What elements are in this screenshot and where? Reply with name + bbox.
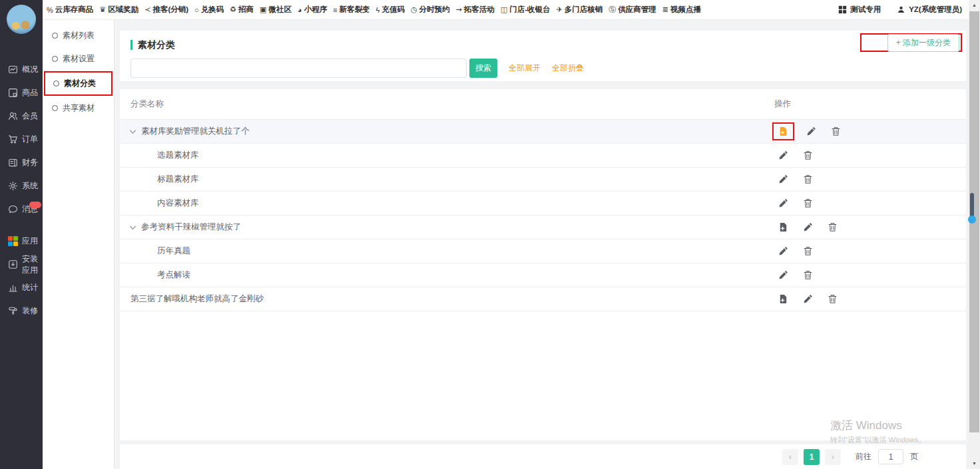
- delete-icon[interactable]: [831, 126, 841, 136]
- goto-page-input[interactable]: [878, 449, 903, 464]
- topbar-menu-item[interactable]: ♻招商: [230, 5, 254, 15]
- gear-icon: [8, 181, 18, 191]
- table-row[interactable]: 内容素材库: [120, 192, 966, 216]
- expand-all-link[interactable]: 全部展开: [509, 63, 541, 74]
- category-name: 第三据了解哦机构老师就高了金刚砂: [130, 293, 264, 305]
- topbar-menu-item[interactable]: ▣微社区: [260, 5, 292, 15]
- edit-icon[interactable]: [806, 126, 816, 136]
- category-name: 素材库奖励管理就关机拉了个: [141, 126, 250, 137]
- topbar-menu-item[interactable]: %云库存商品: [47, 5, 93, 15]
- add-subcategory-icon[interactable]: [778, 222, 788, 232]
- edit-icon[interactable]: [778, 246, 788, 256]
- scroll-down-icon[interactable]: ▼: [969, 458, 980, 469]
- delete-icon[interactable]: [803, 198, 813, 208]
- topbar-menu-item[interactable]: ◷分时预约: [411, 5, 450, 15]
- sidebar-item-install-apps[interactable]: 安装应用: [0, 253, 43, 276]
- search-button[interactable]: 搜索: [469, 59, 497, 78]
- table-row[interactable]: 选题素材库: [120, 144, 966, 168]
- sidebar-nav-primary: 概况 商品 会员 订单 财务 系统 消息: [0, 58, 43, 221]
- scroll-up-icon[interactable]: ▲: [969, 0, 980, 11]
- edit-icon[interactable]: [778, 270, 788, 280]
- sidebar-item-label: 财务: [22, 157, 38, 168]
- delete-icon[interactable]: [803, 150, 813, 160]
- avatar[interactable]: [7, 5, 36, 34]
- category-table-card: 分类名称 操作 素材库奖励管理就关机拉了个选题素材库标题素材库内容素材库参考资料…: [120, 89, 966, 440]
- topbar-menu-item[interactable]: ≺推客(分销): [144, 5, 188, 15]
- submenu-item-material-categories[interactable]: 素材分类: [45, 73, 111, 94]
- current-page[interactable]: 1: [804, 449, 820, 465]
- topbar-menu-item[interactable]: ✈多门店核销: [556, 5, 603, 15]
- add-subcategory-icon[interactable]: [778, 126, 788, 136]
- edit-icon[interactable]: [778, 150, 788, 160]
- collapse-all-link[interactable]: 全部折叠: [552, 63, 584, 74]
- add-subcategory-icon[interactable]: [778, 294, 788, 304]
- goods-icon: [8, 88, 18, 98]
- edit-icon[interactable]: [778, 198, 788, 208]
- topbar-menu-item[interactable]: ≣视频点播: [662, 5, 701, 15]
- miniprogram-icon: ◕: [298, 6, 302, 14]
- collapse-caret-icon[interactable]: [129, 128, 136, 136]
- topbar-menu-item[interactable]: ϟ充值码: [376, 5, 405, 15]
- topbar-menu-item[interactable]: ◕小程序: [298, 5, 327, 15]
- header-card: 素材分类 + 添加一级分类 搜索 全部展开 全部折叠: [120, 31, 966, 81]
- edit-icon[interactable]: [778, 174, 788, 184]
- clock-icon: ◷: [411, 5, 417, 14]
- user-menu[interactable]: YZ(系统管理员): [897, 5, 962, 15]
- edit-icon[interactable]: [803, 294, 813, 304]
- table-row[interactable]: 素材库奖励管理就关机拉了个: [120, 120, 966, 144]
- sidebar-item-decoration[interactable]: 装修: [0, 299, 43, 323]
- cart-icon: [8, 134, 18, 144]
- table-row[interactable]: 考点解读: [120, 263, 966, 287]
- sidebar-item-label: 概况: [22, 64, 38, 75]
- submenu-item-label: 共享素材: [63, 102, 95, 114]
- verify-icon: ✈: [556, 5, 562, 14]
- bolt-icon: ϟ: [376, 6, 380, 14]
- topbar-menu-item[interactable]: Ⓢ供应商管理: [609, 5, 656, 15]
- main-content: 素材分类 + 添加一级分类 搜索 全部展开 全部折叠 分类名称 操作 素材库奖励…: [115, 20, 969, 469]
- goto-label: 前往: [856, 451, 871, 462]
- table-row[interactable]: 标题素材库: [120, 168, 966, 192]
- delete-icon[interactable]: [828, 294, 838, 304]
- delete-icon[interactable]: [803, 246, 813, 256]
- delete-icon[interactable]: [828, 222, 838, 232]
- topbar-menu-label: 多门店核销: [565, 5, 603, 15]
- sidebar-item-statistics[interactable]: 统计: [0, 276, 43, 299]
- topbar-menu-item[interactable]: ○兑换码: [194, 5, 224, 15]
- table-row[interactable]: 第三据了解哦机构老师就高了金刚砂: [120, 287, 966, 311]
- edit-icon[interactable]: [803, 222, 813, 232]
- topbar-menu-item[interactable]: ⇝拓客活动: [456, 5, 495, 15]
- collapse-caret-icon[interactable]: [129, 224, 136, 232]
- sidebar-item-apps[interactable]: 应用: [0, 230, 43, 253]
- sidebar-item-label: 安装应用: [22, 253, 43, 276]
- search-input[interactable]: [130, 59, 467, 78]
- submenu-item-material-settings[interactable]: 素材设置: [43, 47, 114, 71]
- next-page-button[interactable]: ›: [825, 449, 841, 465]
- submenu-item-material-list[interactable]: 素材列表: [43, 24, 114, 47]
- sidebar-item-members[interactable]: 会员: [0, 104, 43, 128]
- sidebar-item-finance[interactable]: 财务: [0, 151, 43, 174]
- topbar-menu-item[interactable]: ◫门店-收银台: [501, 5, 551, 15]
- sidebar-item-goods[interactable]: 商品: [0, 81, 43, 104]
- prev-page-button[interactable]: ‹: [782, 449, 798, 465]
- table-row[interactable]: 历年真题: [120, 239, 966, 263]
- topbar-menu-label: 新客裂变: [340, 5, 370, 15]
- topbar-menu-label: 视频点播: [670, 5, 701, 15]
- sidebar-item-overview[interactable]: 概况: [0, 58, 43, 81]
- delete-icon[interactable]: [803, 270, 813, 280]
- pen-cursor-bar: [970, 193, 974, 218]
- scrollbar[interactable]: ▲ ▼: [969, 0, 980, 469]
- workspace-switcher[interactable]: 测试专用: [838, 5, 881, 15]
- topbar-menu-label: 充值码: [381, 5, 405, 15]
- table-row[interactable]: 参考资料干辣椒管理就按了: [120, 216, 966, 239]
- delete-icon[interactable]: [803, 174, 813, 184]
- sidebar-item-system[interactable]: 系统: [0, 174, 43, 198]
- search-row: 搜索 全部展开 全部折叠: [130, 59, 584, 78]
- submenu-item-shared-materials[interactable]: 共享素材: [43, 96, 114, 120]
- sidebar-item-messages[interactable]: 消息: [0, 198, 43, 221]
- topbar-menu-item[interactable]: ♛区域奖励: [99, 5, 138, 15]
- sidebar-item-orders[interactable]: 订单: [0, 128, 43, 151]
- category-name: 选题素材库: [157, 150, 199, 161]
- topbar-menu-item[interactable]: ≡新客裂变: [333, 5, 369, 15]
- add-top-category-button[interactable]: + 添加一级分类: [887, 34, 959, 52]
- radio-circle-icon: [53, 80, 59, 86]
